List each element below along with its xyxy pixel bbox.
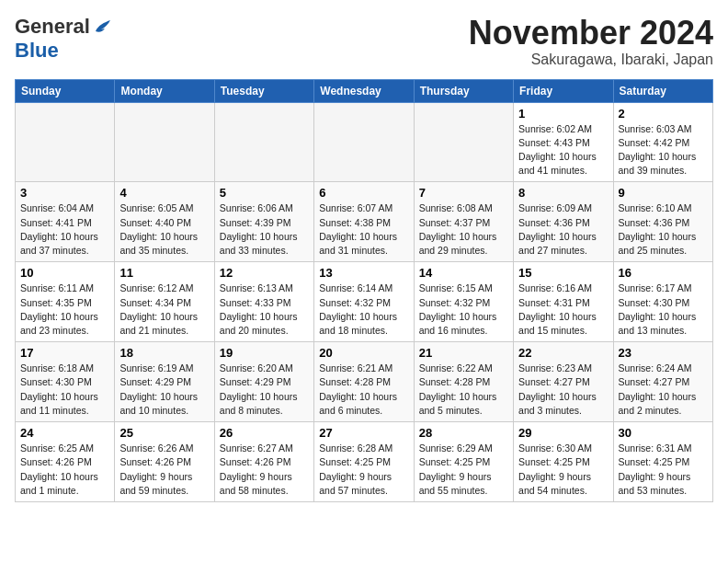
day-info: Sunrise: 6:17 AM Sunset: 4:30 PM Dayligh… [619, 282, 708, 338]
location-title: Sakuragawa, Ibaraki, Japan [469, 52, 713, 68]
calendar-cell-w1-d0 [16, 102, 115, 182]
day-info: Sunrise: 6:28 AM Sunset: 4:25 PM Dayligh… [319, 442, 408, 498]
calendar-cell-w3-d5: 15Sunrise: 6:16 AM Sunset: 4:31 PM Dayli… [514, 262, 613, 342]
calendar-cell-w5-d1: 25Sunrise: 6:26 AM Sunset: 4:26 PM Dayli… [115, 422, 214, 502]
calendar-week-1: 1Sunrise: 6:02 AM Sunset: 4:43 PM Daylig… [16, 102, 713, 182]
day-number: 27 [319, 426, 408, 440]
calendar-header-row: Sunday Monday Tuesday Wednesday Thursday… [16, 79, 713, 102]
logo: General Blue [15, 15, 112, 63]
day-number: 21 [419, 346, 508, 360]
day-info: Sunrise: 6:20 AM Sunset: 4:29 PM Dayligh… [220, 362, 309, 418]
calendar-cell-w1-d6: 2Sunrise: 6:03 AM Sunset: 4:42 PM Daylig… [613, 102, 712, 182]
day-number: 3 [20, 186, 109, 200]
day-number: 17 [20, 346, 109, 360]
day-number: 26 [220, 426, 309, 440]
day-info: Sunrise: 6:19 AM Sunset: 4:29 PM Dayligh… [119, 362, 209, 418]
weekday-monday: Monday [115, 79, 214, 102]
calendar-cell-w1-d1 [115, 102, 214, 182]
calendar-cell-w1-d3 [314, 102, 414, 182]
day-info: Sunrise: 6:23 AM Sunset: 4:27 PM Dayligh… [518, 362, 608, 418]
day-info: Sunrise: 6:26 AM Sunset: 4:26 PM Dayligh… [119, 442, 209, 498]
day-number: 6 [319, 186, 408, 200]
day-number: 28 [419, 426, 508, 440]
calendar-cell-w3-d4: 14Sunrise: 6:15 AM Sunset: 4:32 PM Dayli… [414, 262, 513, 342]
day-number: 30 [619, 426, 708, 440]
weekday-sunday: Sunday [16, 79, 115, 102]
calendar-cell-w2-d4: 7Sunrise: 6:08 AM Sunset: 4:37 PM Daylig… [414, 182, 513, 262]
calendar-cell-w1-d5: 1Sunrise: 6:02 AM Sunset: 4:43 PM Daylig… [514, 102, 613, 182]
day-info: Sunrise: 6:13 AM Sunset: 4:33 PM Dayligh… [220, 282, 309, 338]
day-number: 13 [319, 266, 408, 280]
day-info: Sunrise: 6:27 AM Sunset: 4:26 PM Dayligh… [220, 442, 309, 498]
day-number: 7 [419, 186, 508, 200]
calendar-cell-w5-d0: 24Sunrise: 6:25 AM Sunset: 4:26 PM Dayli… [16, 422, 115, 502]
day-number: 8 [518, 186, 608, 200]
day-number: 29 [518, 426, 608, 440]
day-info: Sunrise: 6:06 AM Sunset: 4:39 PM Dayligh… [220, 201, 309, 258]
day-info: Sunrise: 6:22 AM Sunset: 4:28 PM Dayligh… [419, 362, 508, 418]
calendar-cell-w4-d6: 23Sunrise: 6:24 AM Sunset: 4:27 PM Dayli… [613, 342, 712, 422]
day-number: 22 [518, 346, 608, 360]
calendar-cell-w3-d1: 11Sunrise: 6:12 AM Sunset: 4:34 PM Dayli… [115, 262, 214, 342]
header: General Blue November 2024 Sakuragawa, I… [15, 15, 713, 68]
calendar-table: Sunday Monday Tuesday Wednesday Thursday… [15, 79, 713, 502]
day-info: Sunrise: 6:12 AM Sunset: 4:34 PM Dayligh… [119, 282, 209, 338]
calendar-cell-w4-d2: 19Sunrise: 6:20 AM Sunset: 4:29 PM Dayli… [214, 342, 313, 422]
calendar-cell-w5-d4: 28Sunrise: 6:29 AM Sunset: 4:25 PM Dayli… [414, 422, 513, 502]
calendar-week-2: 3Sunrise: 6:04 AM Sunset: 4:41 PM Daylig… [16, 182, 713, 262]
day-number: 23 [619, 346, 708, 360]
day-info: Sunrise: 6:07 AM Sunset: 4:38 PM Dayligh… [319, 201, 408, 258]
calendar-cell-w4-d5: 22Sunrise: 6:23 AM Sunset: 4:27 PM Dayli… [514, 342, 613, 422]
day-number: 5 [220, 186, 309, 200]
day-info: Sunrise: 6:08 AM Sunset: 4:37 PM Dayligh… [419, 201, 508, 258]
day-info: Sunrise: 6:25 AM Sunset: 4:26 PM Dayligh… [20, 442, 109, 498]
day-info: Sunrise: 6:31 AM Sunset: 4:25 PM Dayligh… [619, 442, 708, 498]
day-info: Sunrise: 6:30 AM Sunset: 4:25 PM Dayligh… [518, 442, 608, 498]
day-number: 15 [518, 266, 608, 280]
weekday-thursday: Thursday [414, 79, 513, 102]
calendar-cell-w5-d2: 26Sunrise: 6:27 AM Sunset: 4:26 PM Dayli… [214, 422, 313, 502]
day-number: 24 [20, 426, 109, 440]
day-number: 2 [619, 107, 708, 121]
calendar-cell-w5-d6: 30Sunrise: 6:31 AM Sunset: 4:25 PM Dayli… [613, 422, 712, 502]
calendar-cell-w2-d1: 4Sunrise: 6:05 AM Sunset: 4:40 PM Daylig… [115, 182, 214, 262]
page-container: General Blue November 2024 Sakuragawa, I… [15, 15, 713, 502]
day-info: Sunrise: 6:09 AM Sunset: 4:36 PM Dayligh… [518, 201, 608, 258]
day-info: Sunrise: 6:02 AM Sunset: 4:43 PM Dayligh… [518, 122, 608, 178]
calendar-week-4: 17Sunrise: 6:18 AM Sunset: 4:30 PM Dayli… [16, 342, 713, 422]
day-number: 10 [20, 266, 109, 280]
day-number: 20 [319, 346, 408, 360]
logo-general-text: General [15, 15, 90, 39]
day-number: 25 [119, 426, 209, 440]
weekday-wednesday: Wednesday [314, 79, 414, 102]
calendar-cell-w3-d6: 16Sunrise: 6:17 AM Sunset: 4:30 PM Dayli… [613, 262, 712, 342]
calendar-cell-w2-d0: 3Sunrise: 6:04 AM Sunset: 4:41 PM Daylig… [16, 182, 115, 262]
day-info: Sunrise: 6:05 AM Sunset: 4:40 PM Dayligh… [119, 201, 209, 258]
calendar-cell-w5-d5: 29Sunrise: 6:30 AM Sunset: 4:25 PM Dayli… [514, 422, 613, 502]
day-info: Sunrise: 6:11 AM Sunset: 4:35 PM Dayligh… [20, 282, 109, 338]
calendar-week-3: 10Sunrise: 6:11 AM Sunset: 4:35 PM Dayli… [16, 262, 713, 342]
day-info: Sunrise: 6:10 AM Sunset: 4:36 PM Dayligh… [619, 201, 708, 258]
weekday-saturday: Saturday [613, 79, 712, 102]
calendar-week-5: 24Sunrise: 6:25 AM Sunset: 4:26 PM Dayli… [16, 422, 713, 502]
weekday-tuesday: Tuesday [214, 79, 313, 102]
day-number: 14 [419, 266, 508, 280]
calendar-cell-w3-d0: 10Sunrise: 6:11 AM Sunset: 4:35 PM Dayli… [16, 262, 115, 342]
calendar-cell-w2-d3: 6Sunrise: 6:07 AM Sunset: 4:38 PM Daylig… [314, 182, 414, 262]
calendar-cell-w4-d3: 20Sunrise: 6:21 AM Sunset: 4:28 PM Dayli… [314, 342, 414, 422]
day-number: 9 [619, 186, 708, 200]
day-number: 12 [220, 266, 309, 280]
calendar-cell-w3-d2: 12Sunrise: 6:13 AM Sunset: 4:33 PM Dayli… [214, 262, 313, 342]
day-number: 16 [619, 266, 708, 280]
calendar-cell-w2-d5: 8Sunrise: 6:09 AM Sunset: 4:36 PM Daylig… [514, 182, 613, 262]
day-number: 11 [119, 266, 209, 280]
calendar-cell-w4-d0: 17Sunrise: 6:18 AM Sunset: 4:30 PM Dayli… [16, 342, 115, 422]
calendar-cell-w4-d4: 21Sunrise: 6:22 AM Sunset: 4:28 PM Dayli… [414, 342, 513, 422]
month-title: November 2024 [469, 15, 713, 52]
title-area: November 2024 Sakuragawa, Ibaraki, Japan [469, 15, 713, 68]
calendar-cell-w1-d4 [414, 102, 513, 182]
day-number: 1 [518, 107, 608, 121]
day-info: Sunrise: 6:18 AM Sunset: 4:30 PM Dayligh… [20, 362, 109, 418]
calendar-cell-w2-d2: 5Sunrise: 6:06 AM Sunset: 4:39 PM Daylig… [214, 182, 313, 262]
day-info: Sunrise: 6:21 AM Sunset: 4:28 PM Dayligh… [319, 362, 408, 418]
